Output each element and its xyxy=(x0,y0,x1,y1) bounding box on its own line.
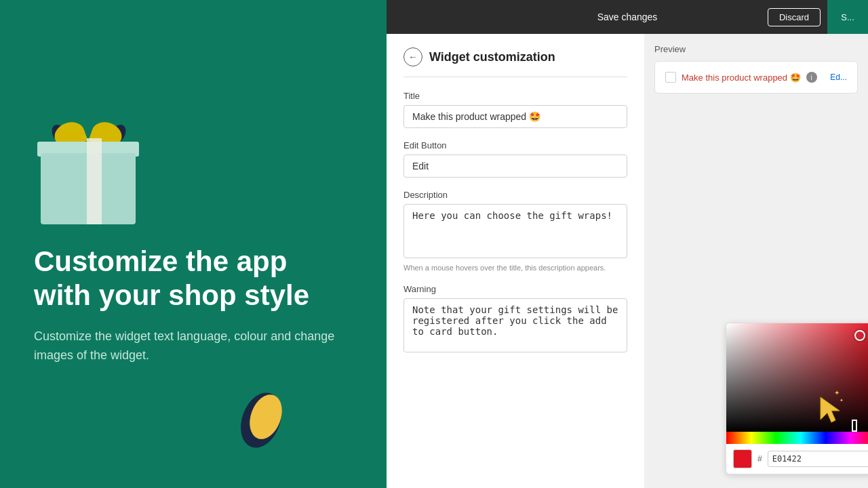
color-swatch[interactable] xyxy=(733,449,752,468)
color-spectrum-bar[interactable] xyxy=(726,432,868,444)
title-label: Title xyxy=(403,91,627,101)
edit-button-form-group: Edit Button xyxy=(403,140,627,178)
gift-ribbon xyxy=(87,138,102,224)
description-hint: When a mouse hovers over the title, this… xyxy=(403,264,627,272)
warning-label: Warning xyxy=(403,284,627,294)
spectrum-cursor xyxy=(852,420,857,432)
content-area: ← Widget customization Title Edit Button… xyxy=(387,34,868,488)
svg-text:✦: ✦ xyxy=(834,389,840,396)
svg-text:✦: ✦ xyxy=(840,398,844,403)
description-form-group: Description Here you can choose the gift… xyxy=(403,190,627,272)
color-bottom-row: # xyxy=(726,444,868,474)
warning-form-group: Warning Note that your gift settings wil… xyxy=(403,284,627,355)
form-panel: ← Widget customization Title Edit Button… xyxy=(387,34,644,488)
widget-customization-title: Widget customization xyxy=(429,50,555,64)
preview-panel: Preview Make this product wrapped 🤩 i Ed… xyxy=(644,34,868,488)
preview-product-text: Make this product wrapped 🤩 xyxy=(682,73,801,83)
left-panel: Customize the app with your shop style C… xyxy=(0,0,383,488)
warning-textarea[interactable]: Note that your gift settings will be reg… xyxy=(403,298,627,352)
back-button[interactable]: ← xyxy=(403,47,422,66)
right-panel: Save changes Discard S... ← Widget custo… xyxy=(387,0,868,488)
description-label: Description xyxy=(403,190,627,200)
color-cursor xyxy=(854,330,865,341)
preview-label: Preview xyxy=(654,44,858,54)
save-button[interactable]: S... xyxy=(827,0,868,34)
color-hex-input[interactable] xyxy=(768,451,868,467)
main-title: Customize the app with your shop style xyxy=(34,245,349,313)
description-textarea[interactable]: Here you can choose the gift wraps! xyxy=(403,204,627,258)
edit-button-label: Edit Button xyxy=(403,140,627,150)
discard-button[interactable]: Discard xyxy=(768,8,821,26)
preview-checkbox[interactable] xyxy=(665,72,676,83)
title-form-group: Title xyxy=(403,91,627,128)
color-hash-symbol: # xyxy=(757,454,762,464)
gift-body xyxy=(41,153,136,224)
edit-button-input[interactable] xyxy=(403,155,627,178)
preview-card: Make this product wrapped 🤩 i Ed... xyxy=(654,61,858,94)
title-input[interactable] xyxy=(403,105,627,128)
info-icon: i xyxy=(806,72,817,83)
widget-header: ← Widget customization xyxy=(403,47,627,77)
gift-box-illustration xyxy=(34,123,142,224)
preview-edit-link[interactable]: Ed... xyxy=(830,73,847,82)
top-bar: Save changes Discard S... xyxy=(387,0,868,34)
cursor-decoration: ✦ ✦ xyxy=(814,387,848,427)
svg-marker-12 xyxy=(821,397,840,422)
preview-checkbox-row: Make this product wrapped 🤩 i Ed... xyxy=(665,72,847,83)
save-changes-label: Save changes xyxy=(597,12,658,22)
subtitle: Customize the widget text language, colo… xyxy=(34,327,349,366)
